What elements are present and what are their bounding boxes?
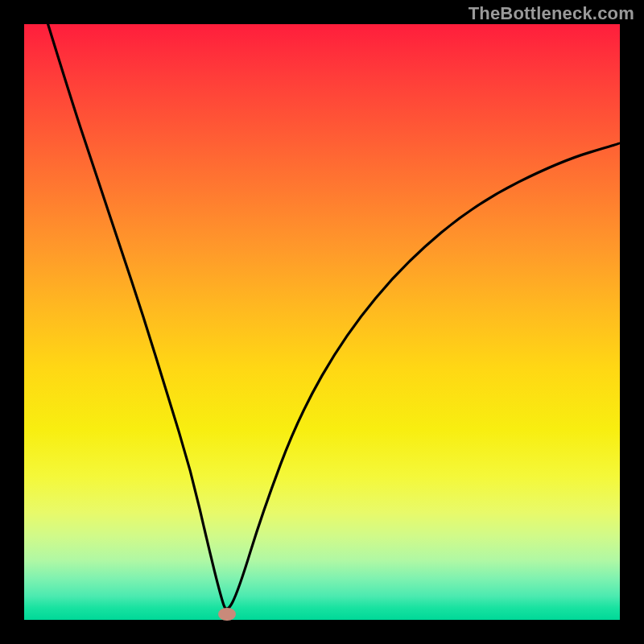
bottleneck-marker: [218, 608, 236, 621]
watermark-label: TheBottleneck.com: [469, 3, 634, 24]
chart-frame: TheBottleneck.com: [0, 0, 644, 644]
curve-layer: [24, 24, 620, 620]
bottleneck-curve: [48, 24, 620, 609]
plot-area: [24, 24, 620, 620]
